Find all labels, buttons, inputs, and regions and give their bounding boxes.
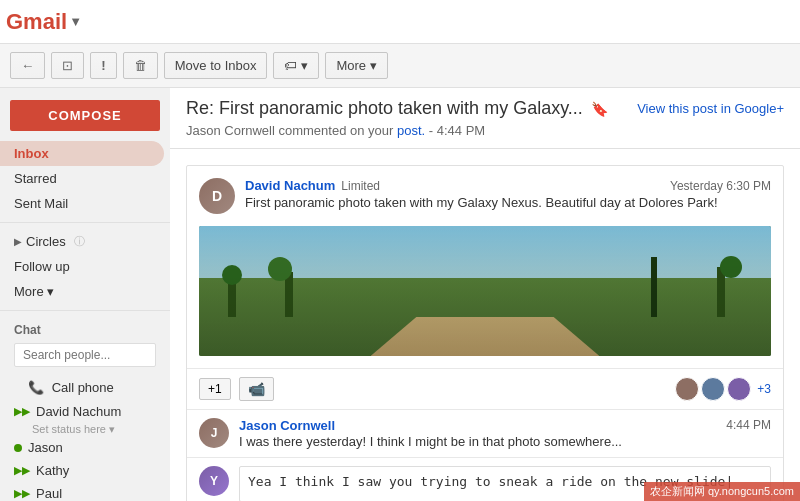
email-toolbar: ← ⊡ ! 🗑 Move to Inbox 🏷 ▾ More ▾ (0, 44, 800, 88)
search-chat-input[interactable] (14, 343, 156, 367)
spam-icon: ! (101, 58, 105, 73)
video-status-icon: ▶▶ (14, 405, 30, 418)
phone-icon: 📞 (28, 380, 44, 395)
circles-expand-icon: ▶ (14, 236, 22, 247)
comment-text: I was there yesterday! I think I might b… (239, 434, 771, 449)
spam-button[interactable]: ! (90, 52, 116, 79)
watermark: 农企新闻网 qy.nongcun5.com (644, 482, 800, 501)
video-status-icon-paul: ▶▶ (14, 487, 30, 500)
sidebar-item-inbox[interactable]: Inbox (0, 141, 164, 166)
post-author-meta: Limited (341, 179, 380, 193)
email-header: Re: First panoramic photo taken with my … (170, 88, 800, 149)
move-to-inbox-button[interactable]: Move to Inbox (164, 52, 268, 79)
comment-row: J Jason Cornwell 4:44 PM I was there yes… (187, 409, 783, 457)
email-meta: Jason Cornwell commented on your post. -… (186, 123, 784, 138)
post-image (199, 226, 771, 356)
sidebar-divider-2 (0, 310, 170, 311)
chat-person-jason[interactable]: Jason (14, 436, 156, 459)
chat-person-paul[interactable]: ▶▶ Paul (14, 482, 156, 501)
commenter-avatar: J (199, 418, 229, 448)
gmail-logo[interactable]: Gmail ▼ (0, 9, 92, 35)
post-author-info: David Nachum Limited Yesterday 6:30 PM F… (245, 178, 771, 210)
back-icon: ← (21, 58, 34, 73)
view-post-link[interactable]: View this post in Google+ (637, 101, 784, 116)
label-icon: 🏷 (284, 58, 297, 73)
email-content: Re: First panoramic photo taken with my … (170, 88, 800, 501)
video-hangout-button[interactable]: 📹 (239, 377, 274, 401)
app-container: Gmail ▼ ← ⊡ ! 🗑 Move to Inbox 🏷 ▾ (0, 0, 800, 501)
chat-person-kathy[interactable]: ▶▶ Kathy (14, 459, 156, 482)
logo-dropdown-icon[interactable]: ▼ (69, 14, 82, 29)
email-body: D David Nachum Limited Yesterday 6:30 PM… (170, 149, 800, 501)
sidebar-item-starred[interactable]: Starred (0, 166, 164, 191)
reply-avatar: Y (199, 466, 229, 496)
set-status-david[interactable]: Set status here ▾ (14, 423, 156, 436)
avatar-stack: +3 (675, 377, 771, 401)
comment-author[interactable]: Jason Cornwell (239, 418, 335, 433)
email-subject-row: Re: First panoramic photo taken with my … (186, 98, 784, 119)
sidebar-item-sent[interactable]: Sent Mail (0, 191, 164, 216)
sidebar-item-call[interactable]: 📞 Call phone (14, 375, 150, 400)
video-hangout-icon: 📹 (248, 381, 265, 397)
comment-content: Jason Cornwell 4:44 PM I was there yeste… (239, 418, 771, 449)
post-timestamp: Yesterday 6:30 PM (670, 179, 771, 193)
delete-icon: 🗑 (134, 58, 147, 73)
avatar-3 (727, 377, 751, 401)
more-button[interactable]: More ▾ (325, 52, 387, 79)
action-row: +1 📹 +3 (187, 368, 783, 409)
sidebar: COMPOSE Inbox Starred Sent Mail ▶ Circle… (0, 88, 170, 501)
post-link[interactable]: post. (397, 123, 425, 138)
main-area: COMPOSE Inbox Starred Sent Mail ▶ Circle… (0, 88, 800, 501)
circles-info-icon: ⓘ (74, 234, 85, 249)
sidebar-item-circles[interactable]: ▶ Circles ⓘ (0, 229, 170, 254)
avatar-2 (701, 377, 725, 401)
archive-icon: ⊡ (62, 58, 73, 73)
post-author-name[interactable]: David Nachum (245, 178, 335, 193)
compose-button[interactable]: COMPOSE (10, 100, 160, 131)
bookmark-icon: 🔖 (591, 101, 608, 117)
sidebar-divider (0, 222, 170, 223)
comment-meta: Jason Cornwell 4:44 PM (239, 418, 771, 433)
plus-more-label[interactable]: +3 (757, 382, 771, 396)
back-button[interactable]: ← (10, 52, 45, 79)
sidebar-item-followup[interactable]: Follow up (0, 254, 164, 279)
chat-person-david[interactable]: ▶▶ David Nachum (14, 400, 156, 423)
avatar-1 (675, 377, 699, 401)
post-author-avatar: D (199, 178, 235, 214)
top-bar: Gmail ▼ (0, 0, 800, 44)
post-image-overlay (199, 226, 771, 356)
plus-one-button[interactable]: +1 (199, 378, 231, 400)
status-dot-jason (14, 444, 22, 452)
label-button[interactable]: 🏷 ▾ (273, 52, 319, 79)
post-card: D David Nachum Limited Yesterday 6:30 PM… (186, 165, 784, 501)
email-subject-text: Re: First panoramic photo taken with my … (186, 98, 583, 119)
chat-section: Chat 📞 Call phone ▶▶ David Nachum Set st… (0, 317, 170, 501)
post-text: First panoramic photo taken with my Gala… (245, 195, 771, 210)
sidebar-item-more[interactable]: More ▾ (0, 279, 164, 304)
comment-timestamp: 4:44 PM (726, 418, 771, 432)
chat-label: Chat (14, 323, 156, 337)
post-card-header: D David Nachum Limited Yesterday 6:30 PM… (187, 166, 783, 226)
video-status-icon-kathy: ▶▶ (14, 464, 30, 477)
archive-button[interactable]: ⊡ (51, 52, 84, 79)
email-meta-dash: - (429, 123, 437, 138)
delete-button[interactable]: 🗑 (123, 52, 158, 79)
email-meta-time: 4:44 PM (437, 123, 485, 138)
label-dropdown-icon: ▾ (301, 58, 308, 73)
